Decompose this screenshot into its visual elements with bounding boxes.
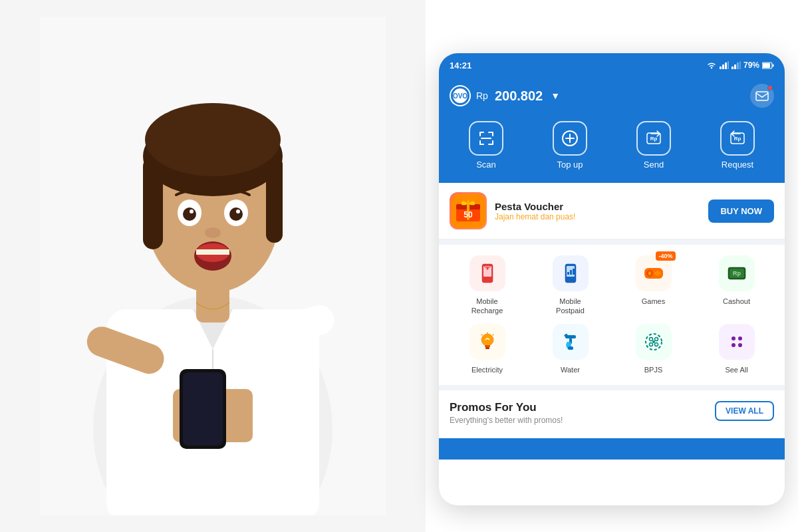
svg-line-87 [493,334,493,335]
svg-rect-46 [479,140,481,145]
services-grid: MobileRecharge MobilePostpaid [439,245,785,385]
svg-point-102 [738,343,742,347]
svg-rect-40 [756,92,768,100]
svg-point-101 [732,343,735,347]
electricity-label: Electricity [471,365,503,374]
svg-rect-44 [492,132,493,136]
action-buttons-row: Scan Top up Rp S [439,118,785,183]
topup-label: Top up [557,160,583,170]
promos-subtitle: Everything's better with promos! [450,416,563,425]
envelope-icon [755,90,769,102]
svg-rect-25 [183,372,223,446]
wifi-icon [706,61,717,69]
games-item[interactable]: -40% Games [616,255,691,316]
svg-rect-52 [565,138,575,139]
status-bar: 14:21 79% [439,53,785,77]
notification-button[interactable] [750,84,774,108]
bottom-strip [439,438,785,460]
app-header: OVO Rp 200.802 ▼ [439,77,785,118]
promo-badge: 50 [450,192,487,229]
time-display: 14:21 [450,61,471,70]
balance-amount: 200.802 [495,88,543,104]
svg-rect-20 [196,249,229,255]
request-button[interactable]: Rp Request [714,121,761,170]
svg-rect-75 [649,271,650,275]
balance-area[interactable]: OVO Rp 200.802 ▼ [450,85,560,106]
bpjs-label: BPJS [644,365,663,374]
svg-rect-43 [488,132,493,133]
svg-rect-65 [483,266,491,277]
games-discount: -40% [656,251,675,261]
svg-rect-85 [485,347,489,349]
water-icon [553,324,589,360]
bpjs-item[interactable]: BPJS [616,324,691,374]
svg-rect-32 [737,63,739,69]
svg-text:Rp: Rp [734,136,741,142]
mobile-postpaid-icon [553,255,589,291]
see-all-label: See All [725,365,747,374]
svg-rect-31 [734,65,736,69]
mobile-recharge-item[interactable]: MobileRecharge [450,255,525,316]
electricity-item[interactable]: Electricity [450,324,525,374]
view-all-button[interactable]: VIEW ALL [715,401,774,421]
electricity-icon [469,324,505,360]
promo-left: 50 Pesta Voucher Jajan hemat dan puas! [450,192,575,229]
svg-point-66 [486,268,488,270]
svg-rect-84 [485,345,490,347]
svg-line-88 [481,334,482,335]
topup-button[interactable]: Top up [547,121,593,170]
cashout-label: Cashout [723,297,750,306]
games-label: Games [642,297,665,306]
promo-subtitle: Jajan hemat dan puas! [495,212,575,221]
svg-text:Rp: Rp [650,136,658,142]
svg-rect-35 [763,63,770,68]
mobile-recharge-icon [469,255,505,291]
promos-section: Promos For You Everything's better with … [439,390,785,438]
svg-point-95 [654,337,658,340]
svg-point-94 [649,337,652,340]
see-all-icon [719,324,755,360]
svg-rect-47 [488,144,493,145]
request-icon: Rp [720,121,755,156]
scan-label: Scan [476,160,496,170]
see-all-item[interactable]: See All [699,324,774,374]
scan-button[interactable]: Scan [463,121,509,170]
svg-point-16 [236,209,240,213]
wallet-icon: OVO [450,85,471,106]
person-area [0,0,426,532]
cashout-icon: Rp [719,255,755,291]
games-icon: -40% [636,255,672,291]
water-item[interactable]: Water [533,324,608,374]
svg-rect-71 [573,269,575,275]
svg-point-79 [654,272,657,275]
promo-title: Pesta Voucher [495,201,575,212]
svg-text:OVO: OVO [453,92,467,100]
balance-chevron[interactable]: ▼ [551,90,560,101]
cashout-item[interactable]: Rp Cashout [699,255,774,316]
notification-badge [767,85,773,90]
promos-header: Promos For You Everything's better with … [450,401,774,425]
buy-now-button[interactable]: BUY NOW [708,200,774,223]
svg-rect-91 [568,346,573,350]
svg-point-99 [732,336,735,340]
svg-rect-69 [567,272,569,275]
svg-rect-48 [492,140,493,145]
svg-rect-36 [773,64,774,66]
svg-rect-49 [481,138,491,139]
promos-title: Promos For You [450,401,563,414]
svg-text:Rp: Rp [733,270,741,277]
svg-rect-30 [732,66,733,69]
svg-rect-27 [722,65,724,69]
request-label: Request [722,160,753,170]
battery-percentage: 79% [743,61,759,70]
promo-banner: 50 Pesta Voucher Jajan hemat dan puas! B… [439,183,785,239]
svg-rect-26 [720,66,722,69]
send-button[interactable]: Rp Send [630,121,677,170]
promos-title-area: Promos For You Everything's better with … [450,401,563,425]
send-icon: Rp [636,121,671,156]
mobile-postpaid-item[interactable]: MobilePostpaid [533,255,608,316]
svg-point-13 [183,207,196,221]
topup-icon [553,121,587,156]
svg-point-14 [229,207,243,221]
scan-icon [469,121,503,156]
